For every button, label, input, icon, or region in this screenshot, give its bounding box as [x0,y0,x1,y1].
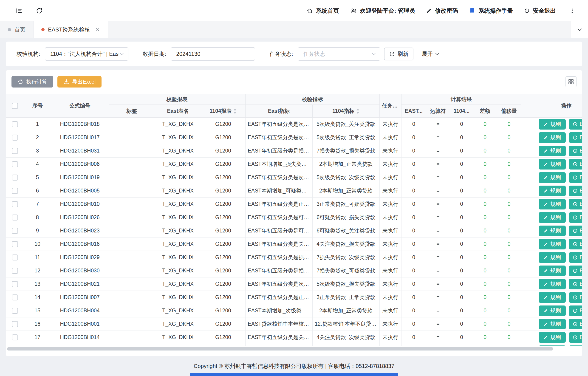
row-checkbox[interactable] [12,121,18,127]
cell-formula: HDG1200BH004 [51,304,109,317]
cell-operator: = [426,198,450,211]
row-checkbox[interactable] [12,201,18,207]
execute-partial-button[interactable]: E [569,172,582,183]
row-checkbox[interactable] [12,215,18,220]
execute-partial-button-label: E [580,121,582,127]
col-1104-report[interactable]: 1104报表 [201,105,245,118]
row-checkbox[interactable] [12,321,18,327]
execute-partial-button[interactable]: E [569,345,582,346]
cell-operator: = [426,331,450,344]
col-1104-indicator[interactable]: 1104指标 [312,105,379,118]
rule-button[interactable]: 规则 [539,319,566,329]
execute-partial-button[interactable]: E [569,159,582,169]
row-checkbox[interactable] [12,254,18,261]
cell-status [379,344,401,346]
execute-button[interactable]: 执行计算 [11,76,53,87]
nav-change-password[interactable]: 修改密码 [426,7,458,14]
edit-icon [543,255,548,260]
edit-icon [543,242,548,247]
row-checkbox[interactable] [12,241,18,247]
execute-partial-button-label: E [580,174,582,180]
table-viewport[interactable]: 序号 公式编号 校验报表 校验指标 任务状态 计算结果 操作 标签 East表名 [6,94,582,346]
rule-button[interactable]: 规则 [539,305,566,316]
org-select[interactable]: 1104："法人机构合计" | Eas [45,47,128,61]
cell-seq: 12 [24,264,51,277]
nav-welcome[interactable]: 欢迎登陆平台: 管理员 [350,7,415,14]
cell-offset: 0 [497,277,521,291]
execute-partial-button[interactable]: E [569,266,582,276]
edit-icon [543,268,548,273]
row-checkbox[interactable] [12,334,18,340]
horizontal-scrollbar-thumb[interactable] [7,347,553,351]
collapse-menu-icon[interactable] [14,6,24,16]
execute-partial-button[interactable]: E [569,226,582,236]
cell-east-value: 0 [401,291,426,304]
execute-partial-button[interactable]: E [569,305,582,316]
rule-button[interactable]: 规则 [539,186,566,196]
execute-partial-button[interactable]: E [569,146,582,156]
row-checkbox[interactable] [12,308,18,314]
date-input[interactable] [171,47,255,61]
execute-partial-button[interactable]: E [569,239,582,250]
execute-partial-button[interactable]: E [569,132,582,143]
cell-operator: = [426,171,450,184]
rule-button[interactable]: 规则 [539,292,566,303]
rule-button[interactable]: 规则 [539,239,566,250]
execute-partial-button[interactable]: E [569,186,582,196]
nav-manual[interactable]: 系统操作手册 [469,7,513,14]
row-checkbox[interactable] [12,228,18,234]
rule-button[interactable]: 规则 [539,279,566,289]
row-checkbox[interactable] [12,148,18,154]
execute-partial-button[interactable]: E [569,119,582,130]
row-checkbox[interactable] [12,161,18,167]
more-options-icon[interactable] [567,6,578,16]
rule-button[interactable]: 规则 [539,212,566,223]
cell-east-value: 0 [401,198,426,211]
row-checkbox[interactable] [12,294,18,300]
status-select[interactable]: 任务状态 [298,47,380,61]
rule-button[interactable]: 规则 [539,332,566,343]
execute-partial-button[interactable]: E [569,332,582,343]
expand-toggle[interactable]: 展开 [422,50,440,58]
sort-icon[interactable] [233,108,237,114]
rule-button[interactable]: 规则 [539,132,566,143]
tab-home[interactable]: 首页 [0,21,33,38]
rule-button[interactable]: 规则 [539,146,566,156]
refresh-button[interactable]: 刷新 [384,48,413,60]
row-checkbox[interactable] [12,135,18,141]
tab-east-check[interactable]: EAST跨系统检核 [33,21,108,38]
cell-status: 未执行 [379,211,401,224]
export-excel-button[interactable]: 导出Excel [57,76,102,87]
execute-partial-button[interactable]: E [569,252,582,263]
execute-partial-button[interactable]: E [569,199,582,209]
rule-button[interactable]: 规则 [539,345,566,346]
rule-button[interactable]: 规则 [539,252,566,263]
column-settings-button[interactable] [566,76,577,87]
rule-button[interactable]: 规则 [539,226,566,236]
row-checkbox[interactable] [12,175,18,180]
row-checkbox[interactable] [12,268,18,274]
rule-button[interactable]: 规则 [539,199,566,209]
nav-home[interactable]: 系统首页 [307,7,339,14]
rule-button[interactable]: 规则 [539,119,566,130]
close-icon[interactable] [95,27,100,32]
tabs-dropdown-toggle[interactable] [571,21,588,38]
col-seq: 序号 [24,94,51,118]
cell-1104-value: 0 [450,331,473,344]
rule-button[interactable]: 规则 [539,159,566,169]
row-checkbox[interactable] [12,281,18,287]
rule-button[interactable]: 规则 [539,266,566,276]
reload-icon[interactable] [34,6,44,16]
rule-button[interactable]: 规则 [539,172,566,183]
cell-east-indicator: EAST年初五级分类是可疑... [245,224,312,238]
execute-partial-button[interactable]: E [569,212,582,223]
cell-offset [497,344,521,346]
nav-logout[interactable]: 安全退出 [524,7,556,14]
cell-status: 未执行 [379,171,401,184]
execute-partial-button[interactable]: E [569,279,582,289]
execute-partial-button[interactable]: E [569,319,582,329]
select-all-checkbox[interactable] [12,103,18,109]
execute-partial-button[interactable]: E [569,292,582,303]
sort-icon[interactable] [356,108,359,114]
row-checkbox[interactable] [12,188,18,194]
